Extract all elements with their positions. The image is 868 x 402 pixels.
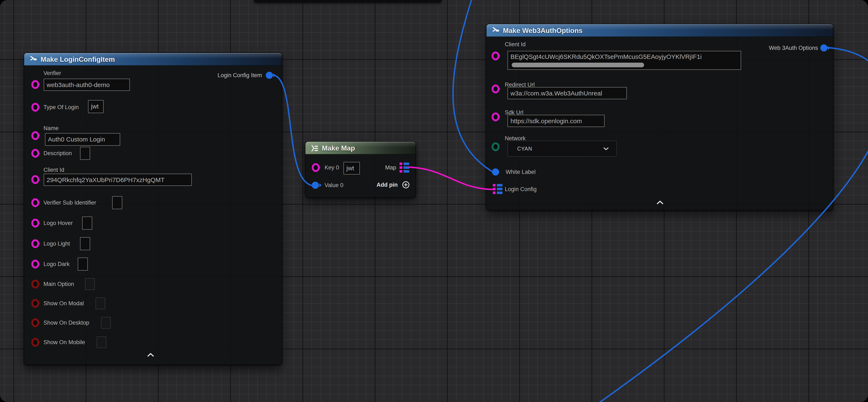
input-pin-show-on-modal[interactable]	[31, 299, 39, 308]
network-selected-value: CYAN	[517, 146, 532, 152]
blueprint-canvas[interactable]: Make LoginConfigItem Login Config Item V…	[0, 0, 868, 402]
output-pin-map[interactable]	[400, 163, 409, 173]
pin-label-type-of-login: Type Of Login	[43, 104, 79, 111]
screenshot-frame: Make LoginConfigItem Login Config Item V…	[0, 0, 868, 402]
node-make-map[interactable]: Make Map Key 0 jwt Map Value 0 Add pin	[305, 141, 416, 198]
input-pin-type-of-login[interactable]	[31, 103, 39, 112]
pin-label-show-on-modal: Show On Modal	[43, 300, 84, 307]
pin-label-show-on-desktop: Show On Desktop	[43, 319, 89, 326]
offscreen-node-edge[interactable]	[254, 0, 442, 2]
show-on-desktop-checkbox[interactable]	[101, 317, 111, 328]
verifier-sub-identifier-field[interactable]	[112, 196, 122, 209]
chevron-down-icon	[603, 147, 609, 150]
verifier-field[interactable]: web3auth-auth0-demo	[44, 79, 130, 91]
client-id-horizontal-scrollbar[interactable]	[512, 63, 644, 67]
redirect-url-field[interactable]: w3a://com.w3a.Web3AuthUnreal	[507, 87, 627, 99]
input-pin-key-0[interactable]	[312, 163, 320, 172]
pin-label-client-id: Client Id	[43, 167, 64, 173]
input-pin-show-on-desktop[interactable]	[31, 318, 39, 327]
show-on-modal-checkbox[interactable]	[96, 297, 105, 309]
input-pin-main-option[interactable]	[31, 280, 39, 288]
show-on-mobile-checkbox[interactable]	[97, 336, 106, 348]
output-pin-login-config-item[interactable]	[266, 72, 273, 79]
wire-map-to-login-config[interactable]	[408, 167, 494, 190]
pin-label-key-0: Key 0	[324, 164, 339, 171]
input-pin-redirect-url[interactable]	[492, 85, 500, 93]
client-id-value: BEglQSgt4cUWcj6SKRdu5QkOXTsePmMcusG5EAoy…	[510, 53, 702, 60]
input-pin-verifier-sub-identifier[interactable]	[31, 198, 39, 207]
pin-label-verifier-sub-identifier: Verifier Sub Identifier	[43, 199, 96, 206]
output-label-login-config-item: Login Config Item	[217, 72, 262, 79]
input-pin-network[interactable]	[492, 142, 500, 151]
node-make-web3authoptions[interactable]: Make Web3AuthOptions Web 3Auth Options C…	[486, 24, 833, 210]
pin-label-description: Description	[43, 150, 72, 156]
input-pin-name[interactable]	[31, 131, 39, 140]
node-title: Make Web3AuthOptions	[503, 27, 583, 35]
input-pin-verifier[interactable]	[31, 80, 39, 89]
logo-light-field[interactable]	[80, 237, 90, 250]
add-pin-label[interactable]: Add pin	[377, 181, 398, 188]
input-pin-sdk-url[interactable]	[492, 113, 500, 121]
network-dropdown[interactable]: CYAN	[507, 141, 617, 156]
pin-label-show-on-mobile: Show On Mobile	[43, 339, 85, 346]
client-id-field[interactable]: 294QRkchfq2YaXUbPri7D6PH7xzHgQMT	[44, 174, 192, 186]
output-label-map: Map	[385, 164, 396, 171]
input-pin-show-on-mobile[interactable]	[31, 338, 39, 347]
pin-label-client-id: Client Id	[505, 41, 526, 48]
name-field[interactable]: Auth0 Custom Login	[45, 133, 120, 146]
input-pin-logo-light[interactable]	[31, 239, 39, 248]
node-title: Make Map	[322, 144, 355, 152]
input-pin-client-id[interactable]	[31, 175, 39, 184]
node-header[interactable]: Make Web3AuthOptions	[487, 24, 833, 37]
output-label-web3auth-options: Web 3Auth Options	[769, 45, 818, 51]
collapse-node-chevron[interactable]	[656, 200, 664, 205]
key-0-field[interactable]: jwt	[343, 162, 360, 174]
main-option-checkbox[interactable]	[85, 278, 95, 290]
make-struct-icon	[492, 27, 500, 35]
input-pin-logo-dark[interactable]	[31, 260, 39, 268]
pin-label-white-label: White Label	[506, 169, 536, 175]
logo-dark-field[interactable]	[78, 258, 88, 270]
input-pin-description[interactable]	[31, 149, 39, 158]
node-header[interactable]: Make LoginConfigItem	[24, 53, 282, 66]
sdk-url-field[interactable]: https://sdk.openlogin.com	[507, 115, 604, 127]
input-pin-white-label[interactable]	[492, 168, 499, 176]
collapse-node-chevron[interactable]	[147, 353, 154, 357]
pin-label-verifier: Verifier	[43, 70, 61, 77]
node-header[interactable]: Make Map	[305, 142, 415, 154]
pin-label-logo-hover: Logo Hover	[43, 220, 73, 226]
pin-label-logo-dark: Logo Dark	[43, 261, 70, 267]
pin-label-login-config: Login Config	[505, 186, 537, 193]
type-of-login-field[interactable]: jwt	[88, 100, 103, 113]
node-make-loginconfigitem[interactable]: Make LoginConfigItem Login Config Item V…	[24, 53, 282, 365]
node-title: Make LoginConfigItem	[40, 56, 115, 63]
add-pin-icon[interactable]	[402, 181, 410, 189]
pin-label-logo-light: Logo Light	[43, 240, 70, 247]
input-pin-logo-hover[interactable]	[31, 219, 39, 228]
pin-label-name: Name	[43, 125, 59, 132]
input-pin-client-id[interactable]	[492, 52, 500, 60]
make-map-icon	[310, 144, 319, 152]
pin-label-value-0: Value 0	[324, 182, 343, 189]
description-field[interactable]	[80, 147, 90, 160]
make-struct-icon	[29, 55, 38, 64]
logo-hover-field[interactable]	[82, 217, 92, 230]
input-pin-login-config[interactable]	[493, 184, 502, 194]
client-id-field[interactable]: BEglQSgt4cUWcj6SKRdu5QkOXTsePmMcusG5EAoy…	[507, 51, 741, 70]
pin-label-main-option: Main Option	[43, 281, 74, 287]
